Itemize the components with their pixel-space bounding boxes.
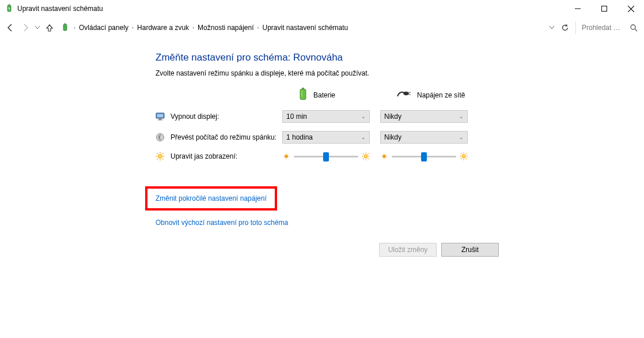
up-button[interactable]	[43, 21, 56, 35]
chevron-down-icon: ⌄	[361, 134, 366, 140]
refresh-button[interactable]	[558, 21, 572, 35]
slider-track[interactable]	[392, 156, 456, 157]
forward-button[interactable]	[18, 21, 32, 35]
breadcrumb-item[interactable]: Ovládací panely	[79, 24, 128, 32]
history-dropdown[interactable]	[33, 21, 41, 35]
breadcrumb-separator: ›	[74, 25, 75, 31]
sun-icon	[156, 152, 165, 161]
divider	[575, 21, 576, 34]
brightness-plugged-slider[interactable]	[380, 152, 468, 160]
maximize-button[interactable]	[591, 0, 618, 17]
settings-grid: Baterie Napájen ze sítě	[156, 88, 644, 161]
minimize-button[interactable]	[565, 0, 591, 17]
combo-value: 1 hodina	[286, 133, 313, 141]
column-header-battery: Baterie	[282, 88, 380, 102]
back-button[interactable]	[3, 21, 17, 35]
monitor-icon	[156, 112, 165, 121]
close-button[interactable]	[618, 0, 644, 17]
restore-defaults-link[interactable]: Obnovit výchozí nastavení pro toto schém…	[156, 219, 288, 227]
svg-line-51	[461, 158, 462, 159]
power-options-icon	[60, 22, 70, 33]
brightness-battery-slider[interactable]	[282, 152, 370, 160]
sleep-battery-combo[interactable]: 1 hodina ⌄	[282, 131, 370, 144]
sun-low-icon	[380, 152, 388, 160]
breadcrumb[interactable]: › Ovládací panely › Hardware a zvuk › Mo…	[58, 21, 545, 35]
combo-value: 10 min	[286, 112, 307, 121]
navbar: › Ovládací panely › Hardware a zvuk › Mo…	[0, 17, 644, 38]
breadcrumb-item[interactable]: Upravit nastavení schématu	[263, 24, 348, 32]
sun-low-icon	[282, 152, 290, 160]
svg-line-40	[363, 158, 364, 159]
sun-high-icon	[362, 152, 370, 160]
svg-point-13	[403, 92, 409, 95]
breadcrumb-separator: ›	[192, 25, 194, 31]
svg-point-8	[631, 25, 635, 29]
chevron-down-icon: ⌄	[361, 114, 366, 119]
window-title: Upravit nastavení schématu	[17, 5, 103, 13]
breadcrumb-separator: ›	[257, 25, 259, 31]
slider-thumb[interactable]	[323, 152, 329, 162]
display-off-label: Vypnout displej:	[171, 112, 219, 121]
sun-high-icon	[460, 152, 468, 160]
svg-line-27	[162, 159, 164, 160]
svg-line-9	[635, 29, 637, 31]
breadcrumb-item[interactable]: Možnosti napájení	[198, 24, 253, 32]
search-placeholder: Prohledat …	[582, 24, 620, 32]
row-label-sleep: Převést počítač do režimu spánku:	[156, 133, 282, 142]
save-button[interactable]: Uložit změny	[379, 243, 437, 257]
svg-point-41	[383, 155, 386, 158]
plug-icon	[396, 89, 411, 100]
power-options-icon	[5, 4, 14, 13]
svg-line-49	[465, 158, 467, 159]
page-heading: Změňte nastavení pro schéma: Rovnováha	[156, 52, 644, 63]
svg-rect-11	[300, 89, 306, 100]
titlebar: Upravit nastavení schématu	[0, 0, 644, 17]
svg-line-29	[157, 159, 158, 160]
column-battery-label: Baterie	[313, 91, 335, 99]
svg-rect-18	[159, 118, 161, 119]
chevron-down-icon: ⌄	[459, 114, 464, 119]
breadcrumb-separator: ›	[132, 25, 134, 31]
combo-value: Nikdy	[384, 112, 401, 121]
battery-icon	[298, 88, 308, 102]
svg-rect-3	[602, 6, 607, 12]
sleep-label: Převést počítač do režimu spánku:	[171, 133, 276, 141]
svg-point-32	[364, 155, 368, 158]
links-section: Změnit pokročilé nastavení napájení Obno…	[156, 186, 644, 227]
slider-track[interactable]	[294, 156, 358, 157]
svg-point-30	[285, 155, 288, 158]
svg-line-50	[465, 153, 467, 155]
address-dropdown[interactable]	[547, 26, 557, 29]
svg-line-28	[162, 153, 164, 155]
display-off-battery-combo[interactable]: 10 min ⌄	[282, 110, 370, 123]
cancel-button[interactable]: Zrušit	[441, 243, 499, 257]
search-input[interactable]: Prohledat …	[579, 21, 626, 35]
svg-line-37	[363, 153, 364, 155]
column-plugged-label: Napájen ze sítě	[417, 91, 465, 99]
svg-point-21	[158, 155, 162, 159]
display-off-plugged-combo[interactable]: Nikdy ⌄	[380, 110, 468, 123]
svg-line-48	[461, 153, 462, 155]
svg-line-15	[408, 95, 411, 95]
svg-line-39	[368, 153, 369, 155]
main-content: Změňte nastavení pro schéma: Rovnováha Z…	[0, 38, 644, 257]
chevron-down-icon: ⌄	[459, 134, 464, 140]
brightness-label: Upravit jas zobrazení:	[171, 152, 237, 160]
slider-thumb[interactable]	[421, 152, 427, 162]
svg-point-43	[462, 155, 465, 158]
moon-icon	[156, 133, 165, 142]
svg-rect-17	[157, 114, 164, 118]
svg-rect-6	[63, 24, 67, 31]
svg-rect-7	[65, 24, 66, 25]
page-subtext: Zvolte nastavení režimu spánku a displej…	[156, 69, 644, 77]
dialog-buttons: Uložit změny Zrušit	[156, 243, 644, 257]
advanced-settings-link[interactable]: Změnit pokročilé nastavení napájení	[156, 194, 267, 202]
breadcrumb-item[interactable]: Hardware a zvuk	[137, 24, 189, 32]
column-header-plugged: Napájen ze sítě	[380, 89, 478, 100]
search-icon[interactable]	[627, 21, 641, 35]
combo-value: Nikdy	[384, 133, 401, 141]
svg-line-38	[368, 158, 369, 159]
sleep-plugged-combo[interactable]: Nikdy ⌄	[380, 131, 468, 144]
svg-line-14	[408, 92, 411, 93]
svg-line-26	[157, 153, 158, 155]
